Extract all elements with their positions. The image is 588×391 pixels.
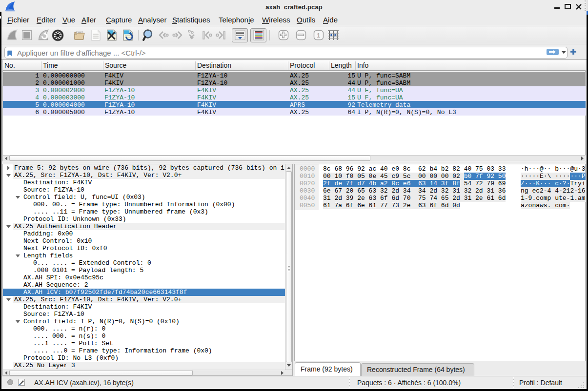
svg-text:1: 1 (317, 32, 320, 39)
